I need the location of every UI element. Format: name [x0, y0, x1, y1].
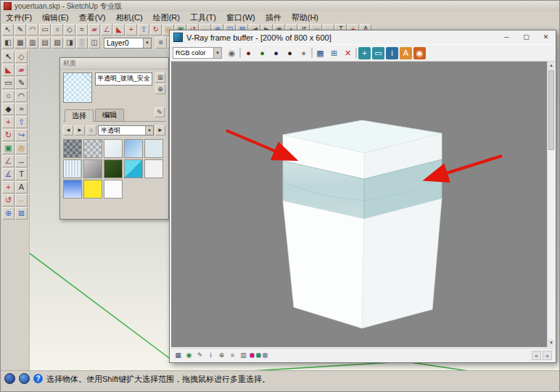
- material-cyan-glass[interactable]: [124, 159, 143, 178]
- back-view-icon[interactable]: ▧: [52, 37, 63, 49]
- material-dark-green-glass[interactable]: [104, 159, 123, 178]
- paint-bucket-icon[interactable]: ◣: [113, 24, 125, 36]
- zoom-tool-icon[interactable]: ⊕: [2, 207, 15, 220]
- eraser-tool-icon[interactable]: ▰: [15, 64, 28, 76]
- render-view[interactable]: [171, 62, 547, 347]
- move-tool-icon[interactable]: +: [125, 24, 137, 36]
- arc-tool-icon[interactable]: ◠: [15, 90, 28, 102]
- menu-item[interactable]: 查看(V): [74, 12, 111, 23]
- freehand-tool-icon[interactable]: ≈: [15, 103, 28, 115]
- zoom-extents-icon[interactable]: ⊠: [15, 207, 28, 220]
- scale-tool-icon[interactable]: ▣: [2, 142, 15, 154]
- channel-dropdown[interactable]: RGB color ▼: [173, 47, 222, 59]
- exposure-button[interactable]: ◉: [413, 47, 426, 59]
- material-glass-pale[interactable]: [144, 139, 163, 158]
- rectangle-tool-icon[interactable]: ▭: [2, 77, 15, 89]
- stamp-note-icon[interactable]: ✎: [195, 351, 205, 360]
- rgb-preview-icon[interactable]: ◉: [226, 47, 238, 59]
- dimension-tool-icon[interactable]: ↔: [15, 155, 28, 167]
- orbit-tool-icon[interactable]: ↺: [2, 194, 15, 207]
- polygon-tool-icon[interactable]: ◇: [64, 24, 75, 36]
- polygon-tool-icon[interactable]: ◆: [2, 103, 15, 115]
- eraser-tool-icon[interactable]: ▰: [88, 24, 100, 36]
- green-channel-button[interactable]: ●: [256, 47, 268, 59]
- follow-me-icon[interactable]: ↪: [15, 129, 28, 141]
- layers-manager-icon[interactable]: ≡: [155, 37, 167, 49]
- compare-images-icon[interactable]: ▦: [173, 351, 183, 360]
- tape-measure-icon[interactable]: ∠: [2, 155, 15, 167]
- iso-view-icon[interactable]: ◧: [2, 37, 14, 49]
- follow-mouse-button[interactable]: +: [358, 47, 371, 59]
- credits-button[interactable]: [19, 373, 30, 384]
- region-render-button[interactable]: ▭: [372, 47, 384, 59]
- push-pull-icon[interactable]: ⇧: [15, 116, 28, 128]
- text-tool-icon[interactable]: T: [15, 168, 28, 180]
- offset-tool-icon[interactable]: ◎: [15, 142, 28, 154]
- color-chip-gray[interactable]: [263, 353, 268, 358]
- circle-tool-icon[interactable]: ○: [52, 24, 63, 36]
- scroll-up-icon[interactable]: ▲: [548, 62, 555, 70]
- collection-dropdown[interactable]: 半透明 ▼: [98, 125, 154, 135]
- material-yellow-glass[interactable]: [83, 180, 102, 199]
- material-blue-glass[interactable]: [63, 180, 82, 199]
- pixel-info-button[interactable]: i: [386, 47, 398, 59]
- maximize-button[interactable]: ▢: [516, 30, 536, 44]
- settings-icon[interactable]: ≡: [228, 351, 237, 360]
- back-button[interactable]: ◄: [63, 125, 73, 135]
- material-translucent-dark[interactable]: [63, 139, 82, 158]
- hscroll-left-button[interactable]: «: [532, 351, 541, 360]
- menu-item[interactable]: 文件(F): [1, 12, 37, 23]
- 3d-text-icon[interactable]: A: [15, 181, 28, 193]
- make-component-icon[interactable]: ◇: [15, 51, 28, 63]
- menu-item[interactable]: 插件: [260, 12, 287, 23]
- material-water[interactable]: [124, 139, 143, 158]
- display-secondary-pane-icon[interactable]: ⊞: [155, 72, 165, 83]
- push-pull-icon[interactable]: ⇧: [138, 24, 149, 36]
- mono-channel-button[interactable]: ●: [297, 47, 310, 59]
- color-chip-green[interactable]: [256, 353, 261, 358]
- top-view-icon[interactable]: ▦: [15, 37, 26, 49]
- duplicate-buffer-button[interactable]: ⊞: [328, 47, 340, 59]
- material-translucent-light[interactable]: [83, 139, 102, 158]
- menu-item[interactable]: 窗口(W): [221, 12, 260, 23]
- move-tool-icon[interactable]: +: [2, 116, 15, 128]
- vertical-scrollbar[interactable]: ▲ ▼: [547, 62, 555, 347]
- vray-titlebar[interactable]: V-Ray frame buffer - [200% of 800 x 600]…: [170, 30, 556, 44]
- save-image-button[interactable]: ▦: [314, 47, 326, 59]
- rotate-tool-icon[interactable]: ↻: [150, 24, 162, 36]
- menu-item[interactable]: 工具(T): [185, 12, 221, 23]
- material-smoked-glass[interactable]: [83, 159, 102, 178]
- select-tool-icon[interactable]: ↖: [2, 51, 15, 63]
- titlebar[interactable]: youertuan.skp - SketchUp 专业版: [1, 1, 559, 12]
- vray-globe-icon[interactable]: ◉: [184, 351, 194, 360]
- front-view-icon[interactable]: ▥: [27, 37, 38, 49]
- geolocation-button[interactable]: [4, 373, 15, 384]
- chevron-down-icon[interactable]: ▼: [143, 38, 151, 48]
- pixel-info-icon[interactable]: i: [206, 351, 215, 360]
- blue-channel-button[interactable]: ●: [270, 47, 282, 59]
- home-icon[interactable]: ⌂: [86, 125, 96, 135]
- sample-paint-button[interactable]: ✎: [155, 107, 165, 117]
- material-glass-block[interactable]: [63, 159, 82, 178]
- magnify-icon[interactable]: ⊕: [217, 351, 226, 360]
- tab-edit[interactable]: 编辑: [95, 109, 124, 121]
- chevron-down-icon[interactable]: ▼: [145, 126, 153, 135]
- clear-image-button[interactable]: ✕: [342, 47, 354, 59]
- menu-item[interactable]: 绘图(R): [148, 12, 185, 23]
- select-tool-icon[interactable]: ↖: [2, 24, 14, 36]
- materials-panel-title[interactable]: 材质: [60, 58, 168, 70]
- circle-tool-icon[interactable]: ○: [2, 90, 15, 102]
- tab-select[interactable]: 选择: [65, 109, 94, 122]
- create-material-icon[interactable]: ⊕: [155, 84, 165, 94]
- axes-tool-icon[interactable]: +: [2, 181, 15, 193]
- material-frosted-glass[interactable]: [104, 180, 123, 199]
- scrollbar-thumb[interactable]: [548, 70, 554, 150]
- protractor-tool-icon[interactable]: ∡: [2, 168, 15, 180]
- xray-icon[interactable]: ◫: [88, 37, 100, 49]
- separator[interactable]: [311, 48, 313, 58]
- close-button[interactable]: ✕: [536, 30, 556, 44]
- chevron-down-icon[interactable]: ▼: [213, 48, 221, 58]
- separator[interactable]: [239, 48, 241, 58]
- rotate-tool-icon[interactable]: ↻: [2, 129, 15, 141]
- paint-bucket-icon[interactable]: ◣: [2, 64, 15, 76]
